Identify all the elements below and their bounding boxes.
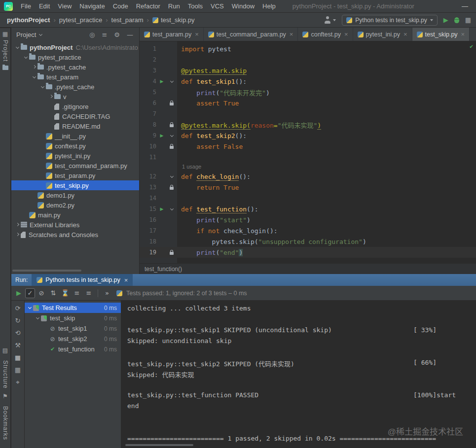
collapse-all-icon[interactable]: ≡ <box>83 288 94 299</box>
project-tree-item[interactable]: test_param.py <box>11 171 139 180</box>
menu-item-window[interactable]: Window <box>228 2 258 10</box>
chevron-down-icon[interactable] <box>36 316 39 319</box>
menu-item-navigate[interactable]: Navigate <box>75 2 109 10</box>
project-tree-item[interactable]: External Libraries <box>11 220 139 230</box>
close-tab-icon[interactable]: × <box>195 31 199 38</box>
horizontal-scrollbar[interactable] <box>12 270 81 272</box>
project-tree-item[interactable]: .pytest_cache <box>11 62 139 72</box>
rerun-failed-icon[interactable]: ↻ <box>15 317 21 324</box>
fold-icon[interactable] <box>170 207 173 210</box>
menu-item-code[interactable]: Code <box>109 2 132 10</box>
chevron-down-icon[interactable] <box>24 55 28 58</box>
fold-icon[interactable] <box>170 174 173 177</box>
editor-breadcrumb-bar[interactable]: test_function() <box>140 263 476 274</box>
test-tree-item[interactable]: test_skip0 ms <box>25 313 121 323</box>
project-tree-item[interactable]: pythonProjectC:\Users\Administrato <box>11 42 139 52</box>
project-tree-item[interactable]: conftest.py <box>11 141 139 151</box>
project-tree-item[interactable]: .pytest_cache <box>11 82 139 92</box>
project-panel-title[interactable]: Project <box>16 31 36 38</box>
bookmarks-toolwindow-button[interactable]: Bookmarks <box>2 406 9 440</box>
menu-item-vcs[interactable]: VCS <box>207 2 228 10</box>
chevron-right-icon[interactable] <box>16 222 19 226</box>
test-tree-item[interactable]: ⊘test_skip20 ms <box>25 334 121 344</box>
editor-tab[interactable]: test_command_param.py× <box>204 28 298 41</box>
usage-inlay[interactable]: 1 usage <box>140 163 476 171</box>
test-tree-item[interactable]: Test Results0 ms <box>25 303 121 313</box>
sort-by-duration-icon[interactable]: ⌛ <box>60 288 71 299</box>
editor-tab[interactable]: conftest.py× <box>298 28 353 41</box>
project-tree-item[interactable]: README.md <box>11 121 139 131</box>
hide-panel-icon[interactable]: — <box>127 31 133 38</box>
project-tree-item[interactable]: test_command_param.py <box>11 161 139 171</box>
collapse-all-icon[interactable]: ≡ <box>102 31 107 38</box>
project-tree-item[interactable]: v <box>11 92 139 102</box>
close-icon[interactable]: × <box>124 276 128 284</box>
structure-toolwindow-button[interactable]: Structure <box>2 360 9 389</box>
code-editor[interactable]: 1import pytest23@pytest.mark.skip4▶def t… <box>140 41 476 263</box>
chevron-down-icon[interactable] <box>41 84 44 88</box>
menu-item-run[interactable]: Run <box>164 2 184 10</box>
test-settings-icon[interactable]: ⚒ <box>15 342 21 349</box>
settings-gear-icon[interactable]: ⚙ <box>114 31 120 38</box>
breadcrumb-item[interactable]: pytest_practice <box>59 16 102 24</box>
menu-item-tools[interactable]: Tools <box>184 2 207 10</box>
chevron-down-icon[interactable] <box>28 306 32 309</box>
project-tree-item[interactable]: main.py <box>11 210 139 220</box>
fold-icon[interactable] <box>170 133 173 137</box>
more-actions-button[interactable]: ▦ <box>465 16 471 24</box>
close-tab-icon[interactable]: × <box>461 31 465 38</box>
locate-file-icon[interactable]: ◎ <box>89 31 95 38</box>
sort-alphabetically-icon[interactable]: ⇅ <box>48 288 59 299</box>
close-tab-icon[interactable]: × <box>290 31 293 38</box>
editor-tab[interactable]: pytest_ini.py× <box>353 28 412 41</box>
chevron-down-icon[interactable] <box>16 45 19 48</box>
pin-icon[interactable]: ⌖ <box>16 379 19 386</box>
project-tree-item[interactable]: pytest_practice <box>11 52 139 62</box>
test-tree-item[interactable]: ⊘test_skip10 ms <box>25 323 121 334</box>
menu-item-help[interactable]: Help <box>258 2 280 10</box>
chevron-right-icon[interactable] <box>49 94 53 98</box>
run-tab[interactable]: Python tests in test_skip.py × <box>32 274 133 286</box>
breadcrumb-item[interactable]: pythonProject <box>7 16 50 24</box>
more-options-icon[interactable]: » <box>102 288 112 299</box>
layout-icon[interactable]: ▦ <box>15 366 21 374</box>
close-tab-icon[interactable]: × <box>344 31 348 38</box>
project-toolwindow-button[interactable]: Project <box>2 40 9 62</box>
minimize-button[interactable]: — <box>462 2 468 10</box>
project-tree-item[interactable]: __init__.py <box>11 131 139 141</box>
project-tree-item[interactable]: Scratches and Consoles <box>11 230 139 240</box>
close-tab-icon[interactable]: × <box>403 31 407 38</box>
project-tree-item[interactable]: demo2.py <box>11 200 139 210</box>
project-tree-item[interactable]: pytest_ini.py <box>11 151 139 161</box>
user-menu-button[interactable] <box>324 16 336 24</box>
project-tree-item[interactable]: test_skip.py <box>11 180 139 190</box>
editor-tab[interactable]: test_skip.py× <box>412 28 470 41</box>
run-test-icon[interactable]: ▶ <box>160 79 164 84</box>
editor-breadcrumb[interactable]: test_function() <box>145 266 182 273</box>
test-console[interactable]: collecting ... collected 3 itemstest_ski… <box>121 301 476 448</box>
project-tree-item[interactable]: .gitignore <box>11 102 139 111</box>
debug-button[interactable] <box>454 17 459 23</box>
breadcrumb-item[interactable]: test_skip.py <box>161 16 195 24</box>
chevron-right-icon[interactable] <box>16 232 19 236</box>
breadcrumb-item[interactable]: test_param <box>111 16 144 24</box>
run-test-icon[interactable]: ▶ <box>160 207 164 211</box>
chevron-right-icon[interactable] <box>33 65 36 68</box>
run-configuration-select[interactable]: Python tests in test_skip.py <box>342 15 437 26</box>
menu-item-file[interactable]: File <box>17 2 35 10</box>
project-tree-item[interactable]: test_param <box>11 72 139 82</box>
expand-all-icon[interactable]: ≡ <box>72 288 82 299</box>
editor-tab[interactable]: test_param.py× <box>140 28 204 41</box>
auto-test-icon[interactable]: ⟲ <box>15 329 21 337</box>
test-tree-item[interactable]: ✔test_function0 ms <box>25 344 121 354</box>
project-tree-item[interactable]: demo1.py <box>11 190 139 200</box>
show-passed-toggle[interactable]: ✓ <box>25 288 35 298</box>
menu-item-refactor[interactable]: Refactor <box>132 2 164 10</box>
rerun-icon[interactable]: ⟳ <box>15 305 21 312</box>
horizontal-scrollbar[interactable] <box>125 444 193 446</box>
run-button[interactable]: ▶ <box>443 16 448 24</box>
stop-icon[interactable]: ■ <box>15 354 21 361</box>
run-test-icon[interactable]: ▶ <box>160 133 164 138</box>
menu-item-view[interactable]: View <box>54 2 75 10</box>
chevron-down-icon[interactable] <box>33 74 36 78</box>
